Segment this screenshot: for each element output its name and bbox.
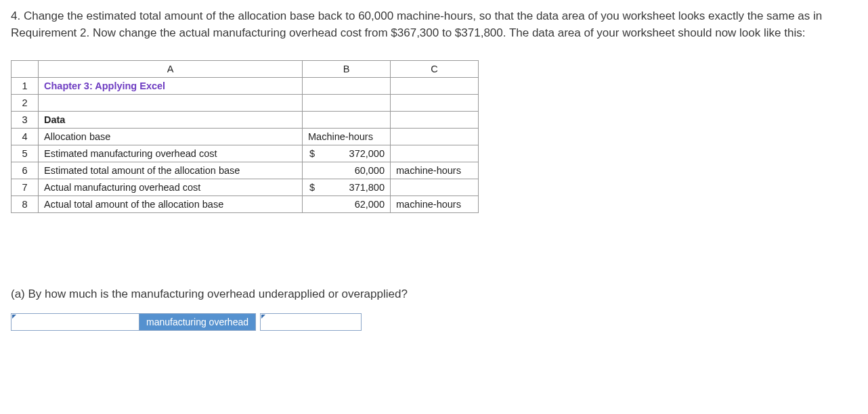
row-num: 4 [12,129,39,145]
row-num: 6 [12,162,39,179]
cell-c1 [391,78,479,95]
cell-b2 [303,95,391,112]
corner-cell [12,61,39,78]
question-text: (a) By how much is the manufacturing ove… [11,288,857,301]
table-row: 2 [12,95,479,112]
cell-c7 [391,179,479,196]
cell-a4: Allocation base [39,129,303,145]
header-row: A B C [12,61,479,78]
cell-b3 [303,112,391,129]
cell-c6: machine-hours [391,162,479,179]
cell-b8: 62,000 [303,196,391,213]
overhead-type-input[interactable] [11,313,139,331]
answer-row: manufacturing overhead [11,313,857,331]
dollar-sign: $ [309,182,315,193]
cell-c5 [391,145,479,162]
cell-value: 372,000 [349,148,385,159]
cell-a7: Actual manufacturing overhead cost [39,179,303,196]
cell-c3 [391,112,479,129]
overhead-amount-input[interactable] [260,313,362,331]
cell-a6: Estimated total amount of the allocation… [39,162,303,179]
overhead-label: manufacturing overhead [139,313,256,331]
row-num: 5 [12,145,39,162]
spreadsheet-table: A B C 1 Chapter 3: Applying Excel 2 3 Da… [11,60,479,213]
row-num: 1 [12,78,39,95]
cell-b5: $ 372,000 [303,145,391,162]
cell-value: 371,800 [349,182,385,193]
instruction-text: 4. Change the estimated total amount of … [11,8,850,41]
cell-a3: Data [39,112,303,129]
table-row: 5 Estimated manufacturing overhead cost … [12,145,479,162]
table-row: 6 Estimated total amount of the allocati… [12,162,479,179]
cell-c2 [391,95,479,112]
cell-b6: 60,000 [303,162,391,179]
cell-b1 [303,78,391,95]
table-row: 7 Actual manufacturing overhead cost $ 3… [12,179,479,196]
cell-c8: machine-hours [391,196,479,213]
row-num: 7 [12,179,39,196]
cell-a5: Estimated manufacturing overhead cost [39,145,303,162]
col-header-b: B [303,61,391,78]
row-num: 8 [12,196,39,213]
row-num: 2 [12,95,39,112]
row-num: 3 [12,112,39,129]
table-row: 8 Actual total amount of the allocation … [12,196,479,213]
cell-a8: Actual total amount of the allocation ba… [39,196,303,213]
cell-b7: $ 371,800 [303,179,391,196]
table-row: 1 Chapter 3: Applying Excel [12,78,479,95]
cell-a2 [39,95,303,112]
col-header-a: A [39,61,303,78]
cell-b4: Machine-hours [303,129,391,145]
cell-a1: Chapter 3: Applying Excel [39,78,303,95]
table-row: 3 Data [12,112,479,129]
col-header-c: C [391,61,479,78]
dollar-sign: $ [309,148,315,159]
table-row: 4 Allocation base Machine-hours [12,129,479,145]
cell-c4 [391,129,479,145]
